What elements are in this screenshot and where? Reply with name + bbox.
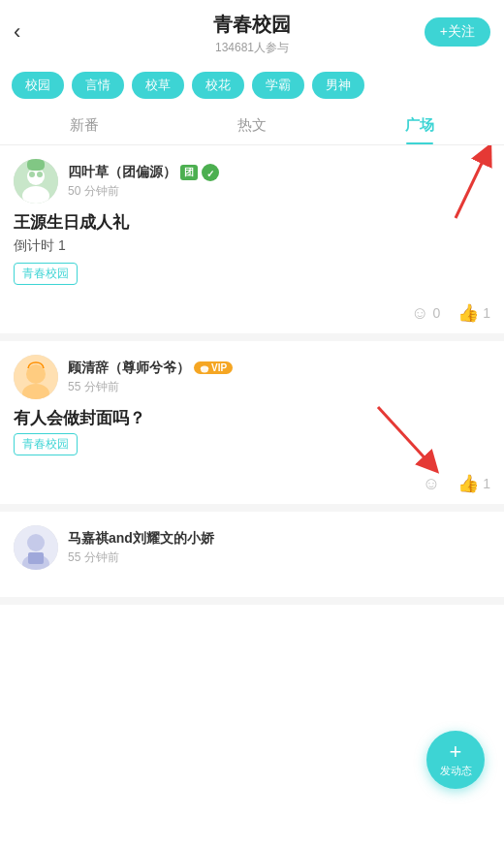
post-1-tag[interactable]: 青春校园 <box>14 263 78 285</box>
comment-icon-2: ☺ <box>423 474 440 494</box>
post-2-like-action[interactable]: 👍 1 <box>457 473 490 494</box>
post-2-title: 有人会做封面吗？ <box>14 407 490 429</box>
post-3-username: 马嘉祺and刘耀文的小娇 <box>68 530 490 548</box>
svg-point-19 <box>27 534 45 551</box>
post-3: 马嘉祺and刘耀文的小娇 55 分钟前 <box>0 512 504 605</box>
post-2: 顾清辞（尊师兮爷） VIP 55 分钟前 有人会做封面吗？ 青春校园 ☺ 👍 1 <box>0 341 504 512</box>
post-2-time: 55 分钟前 <box>68 379 490 395</box>
tabs-bar: 新番 热文 广场 <box>0 107 504 145</box>
svg-rect-7 <box>27 159 45 171</box>
post-1-like-action[interactable]: 👍 1 <box>457 302 490 324</box>
post-1-like-count: 1 <box>483 305 490 321</box>
tag-schoolguy[interactable]: 校草 <box>132 72 184 99</box>
page-title: 青春校园 134681人参与 <box>16 12 488 56</box>
post-2-footer: ☺ 👍 1 <box>14 465 490 504</box>
like-icon-2: 👍 <box>457 473 479 494</box>
header: ‹ 青春校园 134681人参与 +关注 <box>0 0 504 64</box>
svg-point-6 <box>37 172 43 177</box>
tag-maleidol[interactable]: 男神 <box>312 72 364 99</box>
post-2-avatar <box>14 355 58 399</box>
post-2-tag[interactable]: 青春校园 <box>14 433 78 455</box>
post-1-user-info: 四叶草（团偏源） 团 ✓ 50 分钟前 <box>68 164 490 200</box>
post-1-comment-action[interactable]: ☺ 0 <box>411 303 440 324</box>
post-2-like-count: 1 <box>483 476 490 491</box>
svg-point-5 <box>29 172 35 177</box>
post-3-header: 马嘉祺and刘耀文的小娇 55 分钟前 <box>14 525 490 570</box>
tab-hotpost[interactable]: 热文 <box>168 107 335 144</box>
post-1: 四叶草（团偏源） 团 ✓ 50 分钟前 王源生日成人礼 倒计时 1 青春校园 ☺… <box>0 145 504 341</box>
tag-studygod[interactable]: 学霸 <box>252 72 304 99</box>
tab-plaza[interactable]: 广场 <box>336 107 504 144</box>
comment-icon: ☺ <box>411 303 428 324</box>
fab-container: + 发动态 <box>426 731 485 789</box>
svg-rect-21 <box>28 552 44 564</box>
post-1-time: 50 分钟前 <box>68 183 490 200</box>
post-3-user-info: 马嘉祺and刘耀文的小娇 55 分钟前 <box>68 530 490 566</box>
post-2-header: 顾清辞（尊师兮爷） VIP 55 分钟前 <box>14 355 490 399</box>
post-1-avatar <box>14 159 58 204</box>
tab-xinpan[interactable]: 新番 <box>0 107 168 144</box>
title-text: 青春校园 <box>16 12 488 38</box>
participant-count: 134681人参与 <box>16 40 488 56</box>
like-icon: 👍 <box>457 302 479 324</box>
back-button[interactable]: ‹ <box>14 19 20 45</box>
post-1-title: 王源生日成人礼 <box>14 211 490 234</box>
post-1-badge: 团 <box>180 165 198 180</box>
post-fab-button[interactable]: + 发动态 <box>426 731 485 789</box>
svg-text:✓: ✓ <box>206 169 214 179</box>
post-1-comment-count: 0 <box>432 305 440 321</box>
post-2-username: 顾清辞（尊师兮爷） VIP <box>68 360 490 377</box>
post-3-avatar <box>14 525 58 570</box>
vip-badge: VIP <box>194 361 233 374</box>
follow-button[interactable]: +关注 <box>425 17 490 47</box>
verified-icon: ✓ <box>202 164 219 181</box>
tags-bar: 校园 言情 校草 校花 学霸 男神 <box>0 64 504 107</box>
tag-campus[interactable]: 校园 <box>12 72 64 99</box>
cat-icon <box>200 363 209 373</box>
post-1-subtitle: 倒计时 1 <box>14 237 490 255</box>
post-1-footer: ☺ 0 👍 1 <box>14 295 490 333</box>
post-1-username: 四叶草（团偏源） 团 ✓ <box>68 164 490 181</box>
post-3-time: 55 分钟前 <box>68 549 490 566</box>
post-2-user-info: 顾清辞（尊师兮爷） VIP 55 分钟前 <box>68 360 490 395</box>
tag-romance[interactable]: 言情 <box>72 72 124 99</box>
tag-schoolgirl[interactable]: 校花 <box>192 72 244 99</box>
post-2-comment-action[interactable]: ☺ <box>423 474 440 494</box>
fab-label: 发动态 <box>440 764 472 778</box>
fab-plus-icon: + <box>450 741 462 763</box>
post-1-header: 四叶草（团偏源） 团 ✓ 50 分钟前 <box>14 159 490 204</box>
